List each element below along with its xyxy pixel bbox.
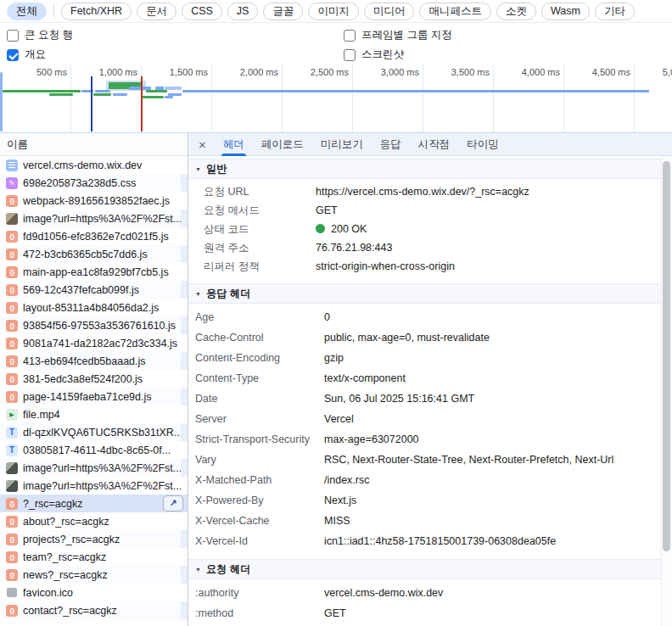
request-row[interactable]: image?url=https%3A%2F%2Fst...	[0, 477, 188, 495]
network-overview-timeline[interactable]: 500 ms1,000 ms1,500 ms2,000 ms2,500 ms3,…	[0, 64, 672, 133]
request-row[interactable]: 9081a741-da2182ac72d3c334.js	[0, 334, 188, 352]
filter-pill-css[interactable]: CSS	[182, 3, 222, 20]
request-row[interactable]: 03805817-4611-4dbc-8c65-0f...	[0, 441, 188, 459]
tab-preview[interactable]: 미리보기	[321, 133, 363, 156]
request-row[interactable]: file.mp4	[0, 405, 188, 423]
header-value: /index.rsc	[324, 474, 377, 487]
js-file-icon	[6, 373, 18, 385]
header-value: public, max-age=0, must-revalidate	[324, 332, 496, 344]
tab-timing[interactable]: 타이밍	[467, 133, 499, 156]
filter-pill-fetch-xhr[interactable]: Fetch/XHR	[61, 3, 132, 20]
request-row[interactable]: contact?_rsc=acgkz	[0, 601, 188, 619]
js-file-icon	[6, 302, 18, 314]
request-name: about?_rsc=acgkz	[23, 516, 109, 528]
request-row[interactable]: 381-5edc3a8ef524f200.js	[0, 370, 188, 388]
filter-pill-all[interactable]: 전체	[7, 3, 47, 20]
request-row[interactable]: 413-eb694fcedb5baaad.js	[0, 352, 188, 370]
filter-pill-font[interactable]: 글꼴	[263, 3, 303, 20]
overview-waterfall-bar	[155, 87, 163, 90]
filter-pills: 전체Fetch/XHR문서CSSJS글꼴이미지미디어매니페스트소켓Wasm기타	[7, 3, 635, 20]
header-name: 요청 메서드	[188, 204, 316, 217]
favicon-file-icon	[7, 588, 17, 597]
big-request-rows-checkbox[interactable]: 큰 요청 행	[7, 28, 344, 42]
group-by-frame-checkbox-box[interactable]	[344, 30, 356, 42]
scrollbar-thumb[interactable]	[663, 161, 670, 551]
request-name: 472-b3cb6365cb5c7dd6.js	[23, 249, 148, 260]
load-event-line	[141, 76, 143, 131]
overview-waterfall-bar	[95, 90, 110, 92]
filter-pill-image[interactable]: 이미지	[308, 3, 359, 20]
network-filter-bar: 전체Fetch/XHR문서CSSJS글꼴이미지미디어매니페스트소켓Wasm기타	[0, 0, 672, 23]
name-column-header[interactable]: 이름	[0, 133, 188, 156]
request-row[interactable]: team?_rsc=acgkz	[0, 548, 188, 566]
filter-pill-socket[interactable]: 소켓	[496, 3, 536, 20]
filter-pill-wasm[interactable]: Wasm	[541, 3, 590, 20]
request-row[interactable]: news?_rsc=acgkz	[0, 566, 188, 584]
section-header-general[interactable]: ▼일반	[188, 159, 661, 179]
request-row[interactable]: webpack-891656193852faec.js	[0, 192, 188, 210]
group-by-frame-checkbox[interactable]: 프레임별 그룹 지정	[344, 28, 672, 42]
request-row[interactable]: vercel.cms-demo.wix.dev	[0, 156, 188, 174]
request-row[interactable]: image?url=https%3A%2F%2Fst...	[0, 210, 188, 227]
tab-initiator[interactable]: 시작점	[418, 133, 451, 156]
header-value: MISS	[324, 515, 357, 528]
request-row[interactable]: dl-qzxlKVQA6TUC5RKSb31tXR...	[0, 423, 188, 441]
filter-pill-manifest[interactable]: 매니페스트	[419, 3, 491, 20]
overview-checkbox-box[interactable]	[7, 49, 19, 61]
section-header-response[interactable]: ▼응답 헤더	[188, 283, 661, 304]
filter-pill-document[interactable]: 문서	[137, 3, 176, 20]
header-value: Next.js	[324, 495, 363, 507]
screenshots-checkbox-box[interactable]	[344, 49, 356, 61]
filter-pill-media[interactable]: 미디어	[364, 3, 415, 20]
timeline-tick-label: 3,000 ms	[363, 67, 419, 77]
request-row[interactable]: image?url=https%3A%2F%2Fst...	[0, 459, 188, 477]
fetch-file-icon	[6, 569, 18, 581]
header-row: X-Vercel-CacheMISS	[188, 511, 661, 531]
request-name: dl-qzxlKVQA6TUC5RKSb31tXR...	[23, 427, 182, 439]
header-row: 요청 URLhttps://vercel.cms-demo.wix.dev/?_…	[188, 182, 661, 201]
request-row[interactable]: layout-85311a4b84056da2.js	[0, 299, 188, 316]
header-row: 원격 주소76.76.21.98:443	[188, 238, 661, 257]
header-row: Age0	[188, 307, 661, 327]
media-file-icon	[6, 409, 18, 421]
js-file-icon	[6, 284, 18, 296]
header-value: Vercel	[324, 413, 361, 426]
overview-checkbox[interactable]: 개요	[7, 48, 344, 62]
request-row[interactable]: 569-12c437fefcab099f.js	[0, 281, 188, 299]
tab-payload[interactable]: 페이로드	[261, 133, 304, 156]
dom-content-loaded-line	[91, 76, 92, 131]
request-row[interactable]: ?_rsc=acgkz↗	[0, 495, 188, 512]
request-name: contact?_rsc=acgkz	[23, 605, 117, 617]
network-options: 큰 요청 행프레임별 그룹 지정개요스크린샷	[0, 23, 672, 64]
tab-headers[interactable]: 헤더	[223, 133, 244, 156]
checkbox-label: 개요	[25, 48, 46, 62]
header-name: Server	[188, 413, 324, 426]
filter-pill-js[interactable]: JS	[227, 3, 259, 20]
close-icon[interactable]: ×	[199, 138, 206, 151]
request-row[interactable]: fd9d1056-efc8362e7cd021f5.js	[0, 227, 188, 245]
screenshots-checkbox[interactable]: 스크린샷	[344, 48, 672, 62]
request-row[interactable]: about?_rsc=acgkz	[0, 512, 188, 530]
tab-response[interactable]: 응답	[380, 133, 401, 156]
request-row[interactable]: projects?_rsc=acgkz	[0, 530, 188, 548]
request-details-panel: × 헤더페이로드미리보기응답시작점타이밍 ▼일반요청 URLhttps://ve…	[188, 133, 672, 626]
request-row[interactable]: page-14159faeba71ce9d.js	[0, 388, 188, 405]
request-row[interactable]: 472-b3cb6365cb5c7dd6.js	[0, 245, 188, 263]
request-row[interactable]: 93854f56-97553a3536761610.js	[0, 316, 188, 334]
filter-pill-other[interactable]: 기타	[595, 3, 635, 20]
js-file-icon	[6, 391, 18, 403]
request-name: webpack-891656193852faec.js	[23, 195, 170, 207]
request-row[interactable]: favicon.ico	[0, 584, 188, 601]
section-header-request[interactable]: ▼요청 헤더	[188, 559, 661, 579]
request-list-panel: 이름 vercel.cms-demo.wix.dev698e205873a238…	[0, 133, 188, 626]
big-request-rows-checkbox-box[interactable]	[7, 30, 19, 42]
request-row[interactable]: main-app-ea1c8fa929bf7cb5.js	[0, 263, 188, 281]
open-in-new-tab-button[interactable]: ↗	[163, 495, 183, 511]
overview-left-handle[interactable]	[0, 72, 3, 131]
fetch-file-icon	[6, 516, 18, 528]
request-row[interactable]: 698e205873a238d5.css	[0, 174, 188, 192]
header-value: gzip	[324, 352, 350, 365]
request-name: 698e205873a238d5.css	[23, 177, 136, 189]
img-file-icon	[6, 213, 18, 225]
details-scrollbar[interactable]	[661, 156, 672, 626]
